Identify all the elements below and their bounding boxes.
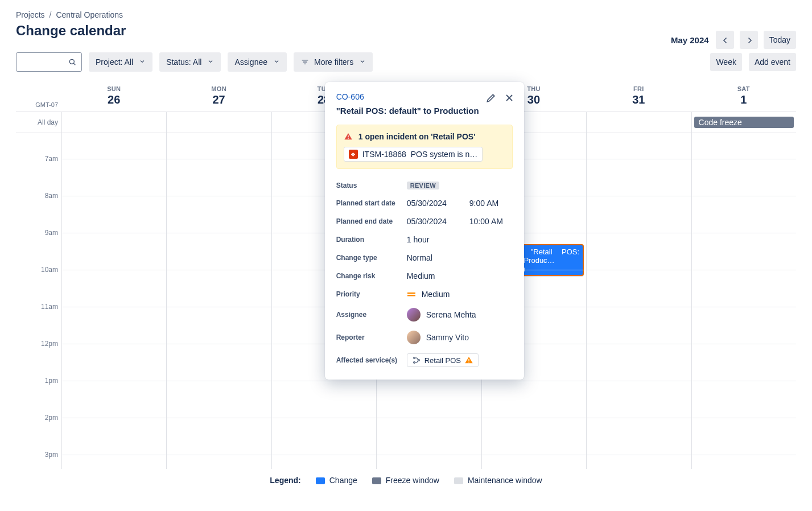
filter-more[interactable]: More filters [294,52,373,72]
field-duration-value: 1 hour [407,235,430,244]
legend: Legend: Change Freeze window Maintenance… [16,469,796,487]
field-assignee-label: Assignee [336,311,407,319]
hour-label: 7am [45,155,58,163]
hour-label: 10am [41,266,58,274]
dow-fri: FRI [586,85,691,92]
svg-rect-10 [407,295,415,296]
field-duration-label: Duration [336,236,407,244]
freeze-window-event[interactable]: Code freeze [694,117,794,128]
field-priority-value: Medium [422,290,450,299]
close-icon[interactable] [504,92,513,101]
svg-rect-9 [407,292,415,294]
month-nav: May 2024 Today [671,31,796,49]
today-button[interactable]: Today [764,31,796,49]
filter-status-label: Status: All [166,57,201,67]
status-lozenge: REVIEW [407,182,439,189]
legend-label: Legend: [270,476,300,485]
hour-label: 9am [45,229,58,237]
dow-sun: SUN [61,85,166,92]
day-col-sat[interactable] [691,133,796,469]
priority-medium-icon [407,290,416,299]
breadcrumb-sep: / [50,10,52,19]
service-icon [412,356,421,365]
breadcrumb: Projects / Central Operations [16,10,796,19]
incident-summary: POS system is n… [411,150,477,159]
hour-label: 8am [45,192,58,200]
field-reporter-label: Reporter [336,333,407,341]
month-label: May 2024 [671,35,709,45]
hour-label: 1pm [45,377,58,385]
allday-cell-sun[interactable] [61,112,166,133]
svg-rect-14 [468,359,469,361]
allday-cell-fri[interactable] [586,112,691,133]
edit-icon[interactable] [485,92,494,101]
search-input[interactable] [21,57,68,67]
add-event-button[interactable]: Add event [749,53,796,71]
field-start-label: Planned start date [336,199,407,207]
chevron-down-icon [139,57,146,67]
hour-label: 2pm [45,414,58,422]
field-priority-label: Priority [336,290,407,298]
prev-button[interactable] [716,31,734,49]
svg-rect-7 [348,135,348,137]
day-col-fri[interactable] [586,133,691,469]
popover-title: "Retail POS: default" to Production [336,106,513,116]
chevron-down-icon [207,57,214,67]
field-services-label: Affected service(s) [336,356,407,364]
field-reporter-value: Sammy Vito [426,333,469,342]
dow-mon: MON [166,85,271,92]
filter-assignee-label: Assignee [234,57,267,67]
field-status-label: Status [336,182,407,189]
hour-label: 11am [41,303,58,311]
breadcrumb-project[interactable]: Central Operations [56,10,123,19]
toolbar: Project: All Status: All Assignee More f… [16,52,796,72]
search-icon [68,57,77,67]
breadcrumb-root[interactable]: Projects [16,10,45,19]
incident-id: ITSM-18868 [362,150,406,159]
allday-cell-sat[interactable]: Code freeze [691,112,796,133]
filter-assignee[interactable]: Assignee [228,52,287,72]
popover-issue-link[interactable]: CO-606 [336,92,364,101]
warning-icon [344,132,353,141]
event-popover: CO-606 "Retail POS: default" to Producti… [325,82,524,380]
tz-label: GMT-07 [16,82,61,112]
field-risk-value: Medium [407,271,435,281]
warning-icon [464,356,473,365]
field-start-date: 05/30/2024 [407,199,447,208]
svg-rect-8 [348,138,348,139]
service-chip[interactable]: Retail POS [407,353,479,367]
filter-more-label: More filters [314,57,353,67]
next-button[interactable] [740,31,758,49]
filter-status[interactable]: Status: All [159,52,221,72]
day-col-mon[interactable] [166,133,271,469]
chevron-right-icon [744,35,753,44]
warning-head-text: 1 open incident on 'Retail POS' [358,132,476,141]
search-input-wrap[interactable] [16,52,82,72]
incident-chip[interactable]: ❖ ITSM-18868 POS system is n… [344,147,483,162]
field-start-time: 9:00 AM [469,199,498,208]
field-assignee-value: Serena Mehta [426,310,476,319]
filter-icon [300,57,310,67]
hour-label: 3pm [45,451,58,459]
allday-cell-mon[interactable] [166,112,271,133]
day-col-sun[interactable] [61,133,166,469]
dow-sat: SAT [691,85,796,92]
swatch-change [316,477,325,484]
dnum-mon: 27 [166,93,271,106]
svg-point-0 [69,59,74,64]
chevron-down-icon [359,57,366,67]
field-end-date: 05/30/2024 [407,217,447,226]
filter-project[interactable]: Project: All [89,52,152,72]
chevron-left-icon [720,35,729,44]
legend-change: Change [316,476,357,485]
time-gutter: 6am7am8am9am10am11am12pm1pm2pm3pm [16,133,61,469]
page-title: Change calendar [16,23,126,39]
dnum-fri: 31 [586,93,691,106]
svg-rect-15 [468,362,469,362]
field-end-time: 10:00 AM [469,217,503,226]
avatar [407,331,421,344]
week-toggle[interactable]: Week [710,53,742,71]
service-name: Retail POS [424,356,461,365]
swatch-maint [454,477,463,484]
svg-point-12 [413,362,415,364]
